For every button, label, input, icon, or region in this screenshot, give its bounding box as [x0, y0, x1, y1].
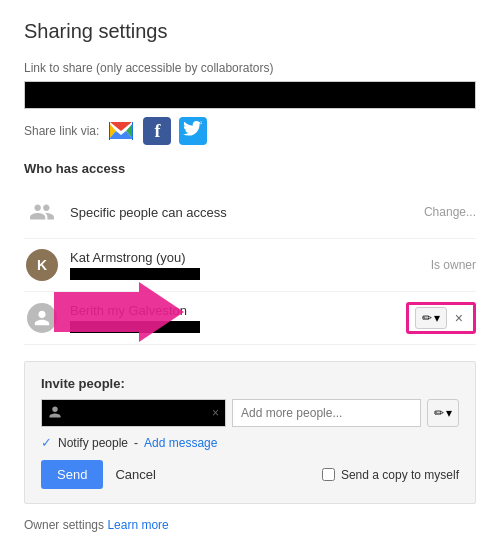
access-row-specific: Specific people can access Change... [24, 186, 476, 239]
invite-person-icon [48, 405, 62, 422]
share-facebook-icon[interactable]: f [143, 117, 171, 145]
add-message-link[interactable]: Add message [144, 436, 217, 450]
group-icon [24, 194, 60, 230]
action-row: Send Cancel Send a copy to myself [41, 460, 459, 489]
notify-label: Notify people [58, 436, 128, 450]
notify-dash: - [134, 436, 138, 450]
chevron-down-icon: ▾ [434, 311, 440, 325]
notify-checkmark: ✓ [41, 435, 52, 450]
clear-invite-button[interactable]: × [212, 406, 219, 420]
invite-chevron-icon: ▾ [446, 406, 452, 420]
kat-name: Kat Armstrong (you) [70, 250, 431, 265]
svg-rect-0 [109, 122, 110, 140]
share-via-label: Share link via: [24, 124, 99, 138]
edit-permission-button[interactable]: ✏ ▾ [415, 307, 447, 329]
cancel-button[interactable]: Cancel [115, 467, 155, 482]
kat-avatar: K [24, 247, 60, 283]
learn-more-link[interactable]: Learn more [107, 518, 168, 532]
notify-row: ✓ Notify people - Add message [41, 435, 459, 450]
berith-info: Berith my Galveston [70, 303, 398, 333]
page-title: Sharing settings [24, 20, 476, 43]
kat-role: Is owner [431, 258, 476, 272]
svg-rect-1 [132, 122, 133, 140]
copy-checkbox[interactable] [322, 468, 335, 481]
invite-input-row: × ✏ ▾ [41, 399, 459, 427]
invite-input-wrapper[interactable]: × [41, 399, 226, 427]
send-button[interactable]: Send [41, 460, 103, 489]
berith-name: Berith my Galveston [70, 303, 398, 318]
owner-settings-row: Owner settings Learn more [24, 518, 476, 532]
invite-pencil-icon: ✏ [434, 406, 444, 420]
permission-btn-group: ✏ ▾ × [406, 302, 476, 334]
change-link[interactable]: Change... [424, 205, 476, 219]
invite-label: Invite people: [41, 376, 459, 391]
who-has-access-label: Who has access [24, 161, 476, 176]
copy-checkbox-group: Send a copy to myself [322, 468, 459, 482]
berith-detail [70, 321, 200, 333]
specific-people-label: Specific people can access [70, 205, 227, 220]
remove-person-button[interactable]: × [451, 308, 467, 328]
add-more-input[interactable] [232, 399, 421, 427]
share-twitter-icon[interactable] [179, 117, 207, 145]
access-row-berith: Berith my Galveston ✏ ▾ × [24, 292, 476, 345]
specific-people-text: Specific people can access [70, 205, 424, 220]
link-input[interactable] [24, 81, 476, 109]
berith-icon [24, 300, 60, 336]
access-row-kat: K Kat Armstrong (you) Is owner [24, 239, 476, 292]
kat-detail [70, 268, 200, 280]
link-section-label: Link to share (only accessible by collab… [24, 61, 476, 75]
pencil-icon: ✏ [422, 311, 432, 325]
invite-edit-permission-button[interactable]: ✏ ▾ [427, 399, 459, 427]
owner-settings-label: Owner settings [24, 518, 104, 532]
share-gmail-icon[interactable] [107, 117, 135, 145]
kat-info: Kat Armstrong (you) [70, 250, 431, 280]
copy-label: Send a copy to myself [341, 468, 459, 482]
invite-section: Invite people: × ✏ ▾ ✓ Notify people - A… [24, 361, 476, 504]
